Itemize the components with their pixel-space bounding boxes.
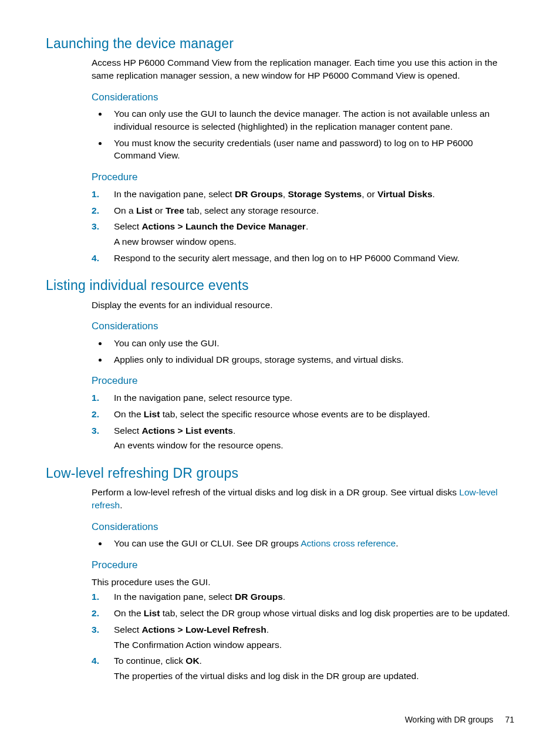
considerations-heading: Considerations — [46, 90, 514, 104]
step-subtext: A new browser window opens. — [114, 235, 514, 248]
step: On a List or Tree tab, select any storag… — [92, 204, 514, 217]
considerations-heading: Considerations — [46, 319, 514, 333]
procedure-steps: In the navigation pane, select DR Groups… — [46, 590, 514, 682]
list-item: You can use the GUI or CLUI. See DR grou… — [108, 537, 514, 550]
section-low-level-refresh: Low-level refreshing DR groups Perform a… — [46, 464, 514, 683]
step: On the List tab, select the specific res… — [92, 408, 514, 421]
section-launching-device-manager: Launching the device manager Access HP P… — [46, 34, 514, 264]
procedure-steps: In the navigation pane, select DR Groups… — [46, 188, 514, 264]
step-subtext: The Confirmation Action window appears. — [114, 639, 514, 652]
section-intro: Access HP P6000 Command View from the re… — [46, 56, 514, 82]
step: Select Actions > Low-Level Refresh. The … — [92, 623, 514, 651]
section-heading: Listing individual resource events — [46, 276, 514, 295]
list-item: You must know the security credentials (… — [108, 137, 514, 162]
section-intro: Display the events for an individual res… — [46, 299, 514, 312]
list-item: You can only use the GUI. — [108, 337, 514, 350]
step: Select Actions > List events. An events … — [92, 424, 514, 452]
page-number: 71 — [500, 714, 514, 726]
procedure-steps: In the navigation pane, select resource … — [46, 391, 514, 452]
considerations-list: You can use the GUI or CLUI. See DR grou… — [46, 537, 514, 550]
step-subtext: The properties of the virtual disks and … — [114, 670, 514, 683]
list-item: Applies only to individual DR groups, st… — [108, 353, 514, 366]
procedure-heading: Procedure — [46, 558, 514, 572]
procedure-heading: Procedure — [46, 170, 514, 184]
considerations-list: You can only use the GUI. Applies only t… — [46, 337, 514, 366]
step: Respond to the security alert message, a… — [92, 252, 514, 265]
link-actions-cross-reference[interactable]: Actions cross reference — [301, 538, 396, 548]
step-subtext: An events window for the resource opens. — [114, 439, 514, 452]
procedure-heading: Procedure — [46, 374, 514, 388]
footer-text: Working with DR groups — [405, 715, 494, 724]
step: On the List tab, select the DR group who… — [92, 607, 514, 620]
procedure-intro: This procedure uses the GUI. — [46, 576, 514, 589]
considerations-heading: Considerations — [46, 520, 514, 534]
section-intro: Perform a low-level refresh of the virtu… — [46, 486, 514, 511]
section-heading: Launching the device manager — [46, 34, 514, 53]
step: In the navigation pane, select DR Groups… — [92, 188, 514, 201]
list-item: You can only use the GUI to launch the d… — [108, 107, 514, 133]
considerations-list: You can only use the GUI to launch the d… — [46, 107, 514, 162]
step: To continue, click OK. The properties of… — [92, 654, 514, 682]
step: Select Actions > Launch the Device Manag… — [92, 220, 514, 248]
step: In the navigation pane, select DR Groups… — [92, 590, 514, 603]
section-heading: Low-level refreshing DR groups — [46, 464, 514, 482]
section-listing-resource-events: Listing individual resource events Displ… — [46, 276, 514, 452]
step: In the navigation pane, select resource … — [92, 391, 514, 404]
page-footer: Working with DR groups 71 — [46, 714, 514, 726]
